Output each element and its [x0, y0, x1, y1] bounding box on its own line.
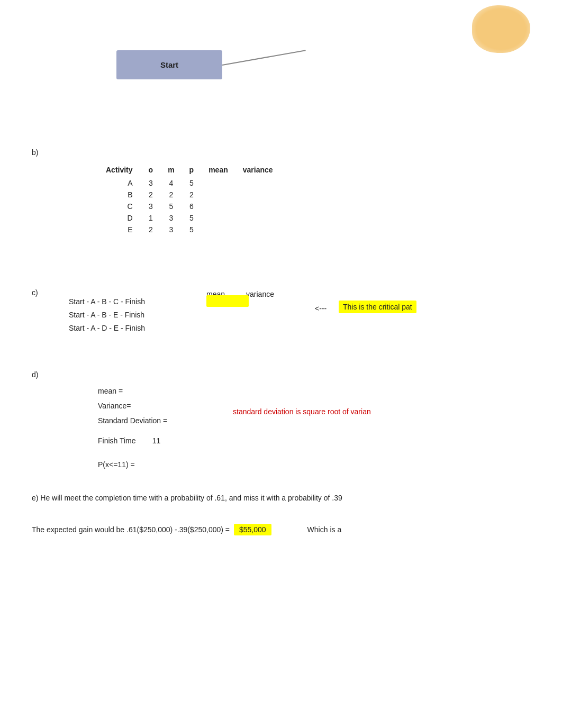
expected-gain-row: The expected gain would be .61($250,000)… [32, 524, 341, 535]
col-mean-header: mean [209, 164, 243, 177]
cell-variance [243, 201, 288, 212]
cell-p: 6 [189, 201, 209, 212]
mean-label: mean = [98, 387, 123, 395]
cell-activity: C [106, 201, 149, 212]
section-c-text: c) [32, 288, 38, 297]
section-e: e) He will meet the completion time with… [32, 492, 524, 504]
std-dev-note: standard deviation is square root of var… [233, 407, 371, 416]
prob-row: P(x<=11) = [98, 460, 135, 469]
cell-mean [209, 177, 243, 189]
col-activity-header: Activity [106, 164, 149, 177]
cell-activity: D [106, 212, 149, 224]
section-e-text: e) He will meet the completion time with… [32, 494, 342, 502]
col-p-header: p [189, 164, 209, 177]
section-c-label: c) [32, 288, 38, 297]
path-row: Start - A - B - C - Finish [69, 295, 145, 308]
cell-mean [209, 212, 243, 224]
decoration-area [467, 5, 530, 58]
gain-text: The expected gain would be .61($250,000)… [32, 525, 230, 534]
activity-table: Activity o m p mean variance A 3 4 5 B 2… [106, 164, 288, 235]
cell-activity: E [106, 224, 149, 235]
cell-mean [209, 189, 243, 201]
path-row: Start - A - D - E - Finish [69, 322, 145, 335]
section-b-text: b) [32, 148, 38, 157]
finish-time-row: Finish Time 11 [98, 436, 160, 445]
table-row: B 2 2 2 [106, 189, 288, 201]
orange-blob [472, 5, 530, 53]
gain-value: $55,000 [234, 524, 271, 535]
cell-p: 5 [189, 177, 209, 189]
mean-highlight-box [206, 295, 249, 307]
mean-row: mean = [98, 384, 167, 398]
section-d-text: d) [32, 370, 38, 379]
cell-activity: A [106, 177, 149, 189]
std-dev-row: Standard Deviation = [98, 413, 167, 428]
table-row: E 2 3 5 [106, 224, 288, 235]
prob-label: P(x<=11) = [98, 460, 135, 469]
arrow-text: <--- [315, 304, 327, 313]
which-is-a-text: Which is a [307, 525, 342, 534]
std-dev-note-text: standard deviation is square root of var… [233, 407, 371, 416]
start-label: Start [160, 60, 178, 69]
cell-o: 2 [149, 224, 168, 235]
table-row: D 1 3 5 [106, 212, 288, 224]
cell-variance [243, 177, 288, 189]
cell-variance [243, 212, 288, 224]
arrow-label: <--- [315, 304, 327, 313]
variance-row: Variance= [98, 398, 167, 413]
d-content: mean = Variance= Standard Deviation = [98, 384, 167, 428]
cell-m: 2 [168, 189, 189, 201]
cell-m: 3 [168, 212, 189, 224]
page: Start b) Activity o m p mean variance A … [0, 0, 562, 728]
start-box: Start [116, 50, 222, 79]
cell-mean [209, 224, 243, 235]
finish-time-value: 11 [152, 436, 161, 445]
connector-line [222, 50, 306, 66]
cell-m: 4 [168, 177, 189, 189]
c-variance-label: variance [246, 290, 274, 298]
section-d-label: d) [32, 370, 38, 379]
critical-path-text: This is the critical pat [343, 303, 412, 311]
variance-label: Variance= [98, 402, 131, 410]
col-o-header: o [149, 164, 168, 177]
cell-m: 3 [168, 224, 189, 235]
cell-p: 5 [189, 212, 209, 224]
paths-area: Start - A - B - C - FinishStart - A - B … [69, 295, 145, 335]
std-dev-label: Standard Deviation = [98, 416, 167, 425]
table-row: A 3 4 5 [106, 177, 288, 189]
cell-o: 3 [149, 177, 168, 189]
cell-o: 3 [149, 201, 168, 212]
cell-m: 5 [168, 201, 189, 212]
cell-p: 2 [189, 189, 209, 201]
table-row: C 3 5 6 [106, 201, 288, 212]
cell-p: 5 [189, 224, 209, 235]
cell-o: 2 [149, 189, 168, 201]
critical-path-label: This is the critical pat [339, 301, 416, 313]
cell-o: 1 [149, 212, 168, 224]
finish-time-label: Finish Time [98, 436, 136, 445]
col-variance-header: variance [243, 164, 288, 177]
cell-mean [209, 201, 243, 212]
path-row: Start - A - B - E - Finish [69, 308, 145, 322]
col-m-header: m [168, 164, 189, 177]
cell-activity: B [106, 189, 149, 201]
start-section: Start [116, 50, 222, 79]
cell-variance [243, 224, 288, 235]
cell-variance [243, 189, 288, 201]
section-b-label: b) [32, 148, 38, 157]
